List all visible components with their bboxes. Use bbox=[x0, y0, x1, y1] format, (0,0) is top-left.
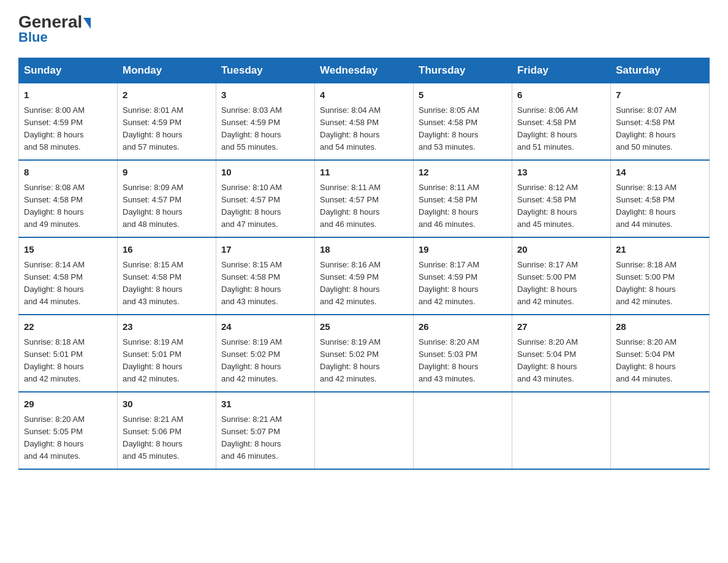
day-number: 24 bbox=[221, 320, 309, 334]
day-cell: 22 Sunrise: 8:18 AMSunset: 5:01 PMDaylig… bbox=[19, 315, 118, 392]
day-number: 16 bbox=[123, 243, 211, 257]
day-number: 5 bbox=[419, 88, 507, 102]
day-info: Sunrise: 8:04 AMSunset: 4:58 PMDaylight:… bbox=[320, 104, 408, 154]
page-header: General Blue bbox=[18, 12, 710, 45]
day-info: Sunrise: 8:17 AMSunset: 5:00 PMDaylight:… bbox=[517, 259, 605, 308]
day-number: 7 bbox=[616, 88, 704, 102]
day-info: Sunrise: 8:05 AMSunset: 4:58 PMDaylight:… bbox=[419, 104, 507, 154]
header-friday: Friday bbox=[512, 58, 611, 83]
header-sunday: Sunday bbox=[19, 58, 118, 83]
day-cell: 13 Sunrise: 8:12 AMSunset: 4:58 PMDaylig… bbox=[512, 160, 611, 237]
day-cell: 15 Sunrise: 8:14 AMSunset: 4:58 PMDaylig… bbox=[19, 237, 118, 315]
day-cell: 11 Sunrise: 8:11 AMSunset: 4:57 PMDaylig… bbox=[315, 160, 414, 237]
day-info: Sunrise: 8:20 AMSunset: 5:05 PMDaylight:… bbox=[24, 413, 112, 463]
calendar-table: SundayMondayTuesdayWednesdayThursdayFrid… bbox=[18, 58, 710, 470]
logo: General Blue bbox=[18, 12, 91, 45]
day-cell: 20 Sunrise: 8:17 AMSunset: 5:00 PMDaylig… bbox=[512, 237, 611, 315]
header-monday: Monday bbox=[118, 58, 216, 83]
day-cell: 23 Sunrise: 8:19 AMSunset: 5:01 PMDaylig… bbox=[118, 315, 216, 392]
day-info: Sunrise: 8:03 AMSunset: 4:59 PMDaylight:… bbox=[221, 104, 309, 154]
day-number: 23 bbox=[123, 320, 211, 334]
day-cell: 8 Sunrise: 8:08 AMSunset: 4:58 PMDayligh… bbox=[19, 160, 118, 237]
day-number: 9 bbox=[123, 166, 211, 180]
week-row-2: 8 Sunrise: 8:08 AMSunset: 4:58 PMDayligh… bbox=[19, 160, 710, 237]
day-cell: 4 Sunrise: 8:04 AMSunset: 4:58 PMDayligh… bbox=[315, 83, 414, 161]
day-number: 29 bbox=[24, 397, 112, 412]
day-cell: 27 Sunrise: 8:20 AMSunset: 5:04 PMDaylig… bbox=[512, 315, 611, 392]
day-cell: 9 Sunrise: 8:09 AMSunset: 4:57 PMDayligh… bbox=[118, 160, 216, 237]
day-cell bbox=[512, 392, 611, 469]
day-cell: 18 Sunrise: 8:16 AMSunset: 4:59 PMDaylig… bbox=[315, 237, 414, 315]
day-number: 8 bbox=[24, 166, 112, 180]
day-cell: 29 Sunrise: 8:20 AMSunset: 5:05 PMDaylig… bbox=[19, 392, 118, 469]
day-info: Sunrise: 8:09 AMSunset: 4:57 PMDaylight:… bbox=[123, 182, 211, 231]
header-saturday: Saturday bbox=[611, 58, 710, 83]
logo-general-text: General bbox=[18, 12, 91, 31]
day-info: Sunrise: 8:19 AMSunset: 5:02 PMDaylight:… bbox=[221, 336, 309, 386]
day-number: 26 bbox=[419, 320, 507, 334]
day-info: Sunrise: 8:19 AMSunset: 5:01 PMDaylight:… bbox=[123, 336, 211, 386]
header-wednesday: Wednesday bbox=[315, 58, 414, 83]
day-number: 2 bbox=[123, 88, 211, 102]
day-number: 6 bbox=[517, 88, 605, 102]
day-info: Sunrise: 8:17 AMSunset: 4:59 PMDaylight:… bbox=[419, 259, 507, 308]
day-number: 15 bbox=[24, 243, 112, 257]
calendar-header-row: SundayMondayTuesdayWednesdayThursdayFrid… bbox=[19, 58, 710, 83]
day-number: 31 bbox=[221, 397, 309, 412]
day-cell: 21 Sunrise: 8:18 AMSunset: 5:00 PMDaylig… bbox=[611, 237, 710, 315]
day-number: 1 bbox=[24, 88, 112, 102]
day-number: 18 bbox=[320, 243, 408, 257]
day-number: 30 bbox=[123, 397, 211, 412]
day-info: Sunrise: 8:20 AMSunset: 5:04 PMDaylight:… bbox=[616, 336, 704, 386]
day-cell: 3 Sunrise: 8:03 AMSunset: 4:59 PMDayligh… bbox=[216, 83, 315, 161]
day-info: Sunrise: 8:20 AMSunset: 5:04 PMDaylight:… bbox=[517, 336, 605, 386]
day-cell: 16 Sunrise: 8:15 AMSunset: 4:58 PMDaylig… bbox=[118, 237, 216, 315]
day-info: Sunrise: 8:01 AMSunset: 4:59 PMDaylight:… bbox=[123, 104, 211, 154]
day-cell: 10 Sunrise: 8:10 AMSunset: 4:57 PMDaylig… bbox=[216, 160, 315, 237]
day-number: 27 bbox=[517, 320, 605, 334]
day-number: 21 bbox=[616, 243, 704, 257]
day-cell: 24 Sunrise: 8:19 AMSunset: 5:02 PMDaylig… bbox=[216, 315, 315, 392]
logo-triangle-icon bbox=[83, 18, 91, 29]
day-info: Sunrise: 8:11 AMSunset: 4:58 PMDaylight:… bbox=[419, 182, 507, 231]
day-number: 20 bbox=[517, 243, 605, 257]
week-row-4: 22 Sunrise: 8:18 AMSunset: 5:01 PMDaylig… bbox=[19, 315, 710, 392]
day-cell: 2 Sunrise: 8:01 AMSunset: 4:59 PMDayligh… bbox=[118, 83, 216, 161]
day-info: Sunrise: 8:10 AMSunset: 4:57 PMDaylight:… bbox=[221, 182, 309, 231]
day-cell bbox=[414, 392, 512, 469]
day-cell bbox=[315, 392, 414, 469]
day-info: Sunrise: 8:21 AMSunset: 5:06 PMDaylight:… bbox=[123, 413, 211, 463]
day-number: 19 bbox=[419, 243, 507, 257]
day-number: 25 bbox=[320, 320, 408, 334]
week-row-5: 29 Sunrise: 8:20 AMSunset: 5:05 PMDaylig… bbox=[19, 392, 710, 469]
day-info: Sunrise: 8:19 AMSunset: 5:02 PMDaylight:… bbox=[320, 336, 408, 386]
day-cell: 14 Sunrise: 8:13 AMSunset: 4:58 PMDaylig… bbox=[611, 160, 710, 237]
day-number: 3 bbox=[221, 88, 309, 102]
day-number: 22 bbox=[24, 320, 112, 334]
day-cell: 25 Sunrise: 8:19 AMSunset: 5:02 PMDaylig… bbox=[315, 315, 414, 392]
day-cell: 6 Sunrise: 8:06 AMSunset: 4:58 PMDayligh… bbox=[512, 83, 611, 161]
header-thursday: Thursday bbox=[414, 58, 512, 83]
day-info: Sunrise: 8:15 AMSunset: 4:58 PMDaylight:… bbox=[123, 259, 211, 308]
day-cell: 5 Sunrise: 8:05 AMSunset: 4:58 PMDayligh… bbox=[414, 83, 512, 161]
day-info: Sunrise: 8:12 AMSunset: 4:58 PMDaylight:… bbox=[517, 182, 605, 231]
day-info: Sunrise: 8:16 AMSunset: 4:59 PMDaylight:… bbox=[320, 259, 408, 308]
day-info: Sunrise: 8:18 AMSunset: 5:01 PMDaylight:… bbox=[24, 336, 112, 386]
day-number: 13 bbox=[517, 166, 605, 180]
day-cell: 19 Sunrise: 8:17 AMSunset: 4:59 PMDaylig… bbox=[414, 237, 512, 315]
day-info: Sunrise: 8:20 AMSunset: 5:03 PMDaylight:… bbox=[419, 336, 507, 386]
day-number: 10 bbox=[221, 166, 309, 180]
day-number: 12 bbox=[419, 166, 507, 180]
day-info: Sunrise: 8:14 AMSunset: 4:58 PMDaylight:… bbox=[24, 259, 112, 308]
day-info: Sunrise: 8:00 AMSunset: 4:59 PMDaylight:… bbox=[24, 104, 112, 154]
header-tuesday: Tuesday bbox=[216, 58, 315, 83]
day-number: 28 bbox=[616, 320, 704, 334]
week-row-3: 15 Sunrise: 8:14 AMSunset: 4:58 PMDaylig… bbox=[19, 237, 710, 315]
day-info: Sunrise: 8:07 AMSunset: 4:58 PMDaylight:… bbox=[616, 104, 704, 154]
logo-blue-text: Blue bbox=[18, 29, 48, 45]
day-info: Sunrise: 8:18 AMSunset: 5:00 PMDaylight:… bbox=[616, 259, 704, 308]
day-info: Sunrise: 8:08 AMSunset: 4:58 PMDaylight:… bbox=[24, 182, 112, 231]
day-cell: 17 Sunrise: 8:15 AMSunset: 4:58 PMDaylig… bbox=[216, 237, 315, 315]
day-number: 17 bbox=[221, 243, 309, 257]
day-cell: 7 Sunrise: 8:07 AMSunset: 4:58 PMDayligh… bbox=[611, 83, 710, 161]
